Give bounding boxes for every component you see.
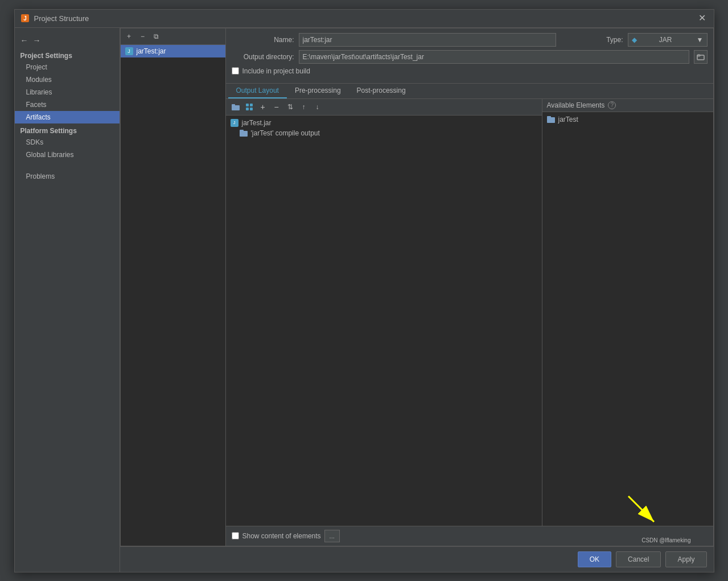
artifact-item-label: jarTest:jar <box>137 47 166 55</box>
sidebar: ← → Project Settings Project Modules Lib… <box>15 28 120 572</box>
toolbar-add-button[interactable]: + <box>257 101 269 113</box>
output-layout-pane: + − ⇅ ↑ ↓ J jarTest.jar <box>226 99 542 526</box>
title-bar: J Project Structure ✕ <box>15 10 714 28</box>
show-content-label[interactable]: Show content of elements <box>242 532 321 540</box>
ok-button[interactable]: OK <box>578 551 611 567</box>
name-row: Name: Type: ◆ JAR ▼ <box>232 33 708 47</box>
detail-pane: Name: Type: ◆ JAR ▼ Output directory: <box>225 28 714 546</box>
nav-back-button[interactable]: ← <box>19 36 30 45</box>
jar-icon: J <box>231 119 238 127</box>
section-platform-settings: Platform Settings <box>15 123 120 136</box>
name-input[interactable] <box>299 33 556 47</box>
type-select-arrow: ▼ <box>697 36 704 44</box>
tab-pre-processing[interactable]: Pre-processing <box>287 84 349 98</box>
output-tree: J jarTest.jar 'jarTest' compile output <box>226 116 542 526</box>
output-dir-input[interactable] <box>299 50 689 64</box>
dir-browse-button[interactable] <box>694 50 708 64</box>
available-elements-header: Available Elements ? <box>542 99 713 112</box>
detail-header: Name: Type: ◆ JAR ▼ Output directory: <box>226 28 713 84</box>
sidebar-item-problems[interactable]: Problems <box>15 170 120 183</box>
cancel-button[interactable]: Cancel <box>616 551 661 567</box>
svg-rect-9 <box>250 108 253 110</box>
sidebar-item-sdks[interactable]: SDKs <box>15 136 120 149</box>
svg-rect-8 <box>246 108 249 110</box>
tree-item-compile-output[interactable]: 'jarTest' compile output <box>228 128 540 138</box>
artifacts-copy-button[interactable]: ⧉ <box>150 30 163 43</box>
sidebar-item-modules[interactable]: Modules <box>15 73 120 86</box>
nav-forward-button[interactable]: → <box>32 36 42 45</box>
show-content-checkbox[interactable] <box>232 532 239 539</box>
type-label: Type: <box>561 36 623 44</box>
close-button[interactable]: ✕ <box>696 14 708 23</box>
project-structure-dialog: J Project Structure ✕ ← → Project Settin… <box>14 9 714 572</box>
tree-item-compile-label: 'jarTest' compile output <box>251 129 320 137</box>
toolbar-grid-button[interactable] <box>243 101 256 113</box>
main-content: ← → Project Settings Project Modules Lib… <box>15 28 714 572</box>
artifact-jar-icon: J <box>125 47 133 55</box>
app-icon: J <box>20 14 30 23</box>
apply-button[interactable]: Apply <box>665 551 706 567</box>
toolbar-sort-button[interactable]: ⇅ <box>284 101 297 113</box>
available-elements-title: Available Elements <box>547 101 605 109</box>
section-project-settings: Project Settings <box>15 48 120 61</box>
svg-rect-6 <box>246 104 249 106</box>
svg-text:J: J <box>23 15 27 22</box>
tab-post-processing[interactable]: Post-processing <box>349 84 414 98</box>
include-in-build-checkbox[interactable] <box>232 67 239 75</box>
sidebar-item-facets[interactable]: Facets <box>15 98 120 111</box>
svg-rect-2 <box>697 55 704 60</box>
toolbar-add-folder-button[interactable] <box>229 101 242 113</box>
available-item-jartest[interactable]: jarTest <box>545 114 711 125</box>
svg-rect-7 <box>250 104 253 106</box>
artifacts-add-button[interactable]: + <box>123 30 135 43</box>
sidebar-item-global-libraries[interactable]: Global Libraries <box>15 149 120 161</box>
type-select-icon: ◆ <box>632 36 637 44</box>
tabs-bar: Output Layout Pre-processing Post-proces… <box>226 84 713 99</box>
type-select-value: JAR <box>659 36 672 44</box>
include-in-build-row: Include in project build <box>232 67 708 75</box>
help-icon[interactable]: ? <box>608 101 616 109</box>
folder-icon <box>547 116 555 123</box>
bottom-bar: Show content of elements ... <box>226 526 713 546</box>
title-bar-left: J Project Structure <box>20 14 89 23</box>
dialog-footer: OK Cancel Apply <box>120 546 714 572</box>
type-select[interactable]: ◆ JAR ▼ <box>628 33 708 47</box>
sidebar-item-project[interactable]: Project <box>15 61 120 73</box>
svg-rect-5 <box>232 104 235 106</box>
sidebar-item-artifacts[interactable]: Artifacts <box>15 111 120 123</box>
toolbar-remove-button[interactable]: − <box>270 101 283 113</box>
center-pane: + − ⧉ J jarTest:jar Name: <box>120 28 714 546</box>
artifacts-remove-button[interactable]: − <box>137 30 149 43</box>
toolbar-down-button[interactable]: ↓ <box>311 101 324 113</box>
include-in-build-label[interactable]: Include in project build <box>242 67 310 75</box>
output-layout-toolbar: + − ⇅ ↑ ↓ <box>226 99 542 116</box>
dialog-title: Project Structure <box>34 14 89 23</box>
available-tree: jarTest <box>542 112 713 526</box>
folder-icon <box>240 130 248 137</box>
available-elements-pane: Available Elements ? jarTest <box>542 99 713 526</box>
name-label: Name: <box>232 36 294 44</box>
dots-button[interactable]: ... <box>324 530 340 542</box>
tree-item-jartest-jar[interactable]: J jarTest.jar <box>228 118 540 128</box>
available-item-label: jarTest <box>558 116 578 123</box>
tree-item-label: jarTest.jar <box>242 119 272 127</box>
sidebar-item-libraries[interactable]: Libraries <box>15 86 120 98</box>
output-dir-label: Output directory: <box>232 53 294 61</box>
artifacts-toolbar: + − ⧉ <box>121 28 225 45</box>
toolbar-up-button[interactable]: ↑ <box>298 101 310 113</box>
artifacts-list: + − ⧉ J jarTest:jar <box>120 28 225 546</box>
tab-content: + − ⇅ ↑ ↓ J jarTest.jar <box>226 99 713 526</box>
output-dir-row: Output directory: <box>232 50 708 64</box>
nav-toolbar: ← → <box>15 32 120 48</box>
artifact-item-jartest[interactable]: J jarTest:jar <box>121 45 225 57</box>
tab-output-layout[interactable]: Output Layout <box>228 84 287 98</box>
